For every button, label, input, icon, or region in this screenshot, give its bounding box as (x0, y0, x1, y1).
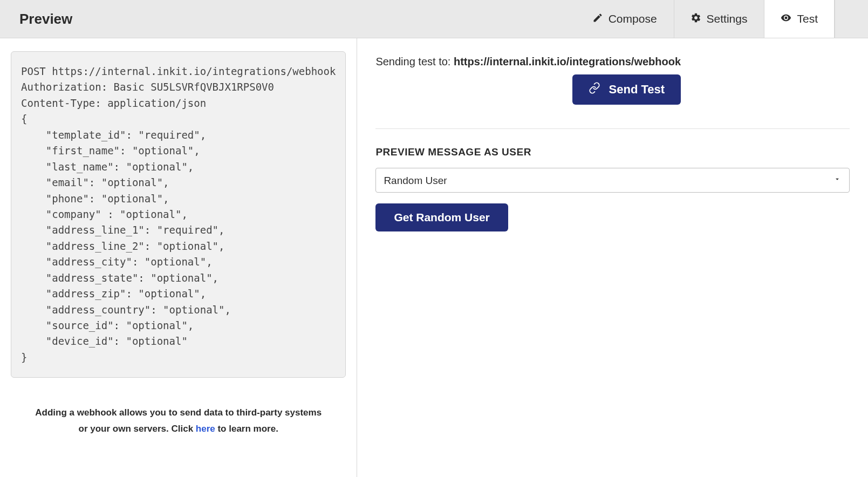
get-random-user-button[interactable]: Get Random User (375, 203, 508, 231)
help-link[interactable]: here (196, 424, 215, 434)
tab-settings-label: Settings (707, 12, 748, 25)
code-line: "address_line_1": "required", (21, 224, 225, 236)
send-test-row: Sending test to: https://internal.inkit.… (375, 54, 850, 129)
tab-test[interactable]: Test (764, 0, 835, 38)
code-line: Content-Type: application/json (21, 97, 206, 109)
topbar: Preview Compose Settings Test (0, 0, 868, 38)
user-select[interactable]: Random User (375, 168, 850, 193)
tab-trailing-spacer (835, 0, 868, 38)
eye-icon (781, 12, 791, 26)
code-line: "email": "optional", (21, 176, 169, 188)
code-line: } (21, 351, 27, 363)
code-line: "address_zip": "optional", (21, 288, 206, 299)
test-pane: Sending test to: https://internal.inkit.… (357, 38, 868, 477)
code-line: "address_state": "optional", (21, 272, 218, 284)
preview-user-label: PREVIEW MESSAGE AS USER (375, 146, 850, 158)
user-select-wrap: Random User (375, 168, 850, 193)
code-line: { (21, 113, 27, 125)
code-line: Authorization: Basic SU5LSVRfQVBJX1RPS0V… (21, 81, 274, 93)
code-line: "company" : "optional", (21, 208, 188, 220)
send-test-label: Send Test (609, 83, 665, 97)
code-line: "address_country": "optional", (21, 304, 231, 316)
code-line: POST https://internal.inkit.io/integrati… (21, 65, 336, 77)
code-line: "last_name": "optional", (21, 161, 194, 173)
code-line: "address_city": "optional", (21, 256, 213, 268)
tab-test-label: Test (797, 12, 818, 25)
get-random-user-label: Get Random User (394, 211, 489, 224)
sending-test-to: Sending test to: https://internal.inkit.… (375, 54, 681, 68)
request-preview-code: POST https://internal.inkit.io/integrati… (11, 51, 346, 378)
send-test-button[interactable]: Send Test (572, 74, 681, 105)
topbar-spacer (92, 0, 575, 38)
tab-compose-label: Compose (609, 12, 657, 25)
main-content: POST https://internal.inkit.io/integrati… (0, 38, 868, 477)
help-suffix: to learn more. (215, 424, 278, 434)
tab-settings[interactable]: Settings (674, 0, 764, 38)
help-text: Adding a webhook allows you to send data… (11, 405, 346, 437)
sending-prefix: Sending test to: (375, 56, 454, 67)
code-line: "source_id": "optional", (21, 319, 194, 331)
tab-compose[interactable]: Compose (576, 0, 674, 38)
code-line: "address_line_2": "optional", (21, 240, 225, 252)
link-icon (589, 82, 600, 97)
preview-user-section: PREVIEW MESSAGE AS USER Random User Get … (375, 146, 850, 231)
code-line: "first_name": "optional", (21, 145, 200, 156)
preview-pane: POST https://internal.inkit.io/integrati… (0, 38, 357, 477)
code-line: "device_id": "optional" (21, 335, 188, 347)
page-title: Preview (0, 0, 92, 38)
pencil-icon (592, 12, 603, 26)
sending-url: https://internal.inkit.io/integrations/w… (454, 56, 681, 67)
code-line: "template_id": "required", (21, 129, 206, 141)
gear-icon (691, 12, 701, 26)
help-prefix: Adding a webhook allows you to send data… (35, 407, 322, 434)
code-line: "phone": "optional", (21, 193, 169, 205)
send-test-block: Sending test to: https://internal.inkit.… (375, 54, 681, 105)
